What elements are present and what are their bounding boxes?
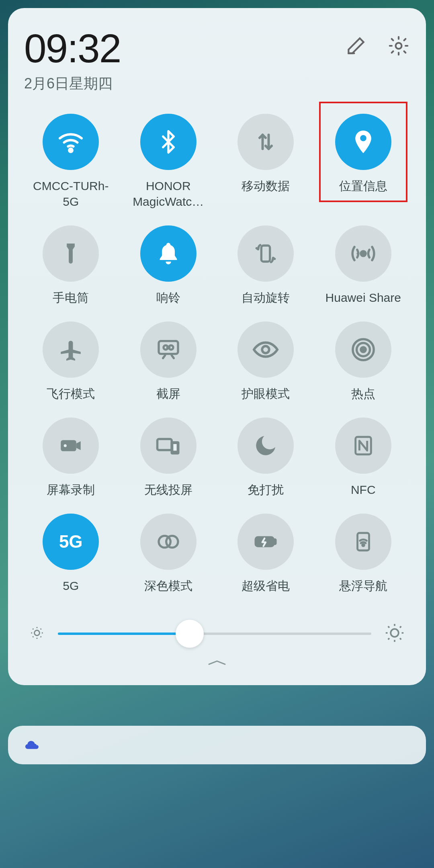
tile-label: 屏幕录制 xyxy=(47,482,95,497)
tile-dark-mode[interactable]: 深色模式 xyxy=(122,514,215,594)
svg-point-0 xyxy=(396,43,402,49)
wireless-proj-icon[interactable] xyxy=(140,418,197,474)
brightness-row xyxy=(24,622,410,646)
nfc-icon[interactable] xyxy=(335,418,391,474)
mobile-data-icon[interactable] xyxy=(237,114,294,170)
tile-wifi[interactable]: CMCC-TURh-5G xyxy=(24,114,118,209)
clock-date: 2月6日星期四 xyxy=(24,74,345,94)
svg-point-9 xyxy=(262,346,270,353)
tile-label: 悬浮导航 xyxy=(339,578,387,594)
flashlight-icon[interactable] xyxy=(43,225,99,282)
wifi-icon[interactable] xyxy=(43,114,99,170)
tile-label: 无线投屏 xyxy=(144,482,192,497)
tile-label: NFC xyxy=(351,482,376,497)
tile-label: 自动旋转 xyxy=(242,290,290,305)
settings-icon[interactable] xyxy=(387,35,410,59)
floating-nav-icon[interactable] xyxy=(335,514,391,570)
cloud-icon xyxy=(24,738,40,752)
tile-label: 手电筒 xyxy=(53,290,89,305)
edit-icon[interactable] xyxy=(345,35,367,59)
svg-point-5 xyxy=(361,251,366,256)
tile-label: 响铃 xyxy=(156,290,180,305)
tile-label: 超级省电 xyxy=(242,578,290,594)
tile-screen-record[interactable]: 屏幕录制 xyxy=(24,418,118,497)
tile-label: 飞行模式 xyxy=(47,386,95,401)
tile-location[interactable]: 位置信息 xyxy=(317,114,410,209)
tile-floating-nav[interactable]: 悬浮导航 xyxy=(317,514,410,594)
dark-mode-icon[interactable] xyxy=(140,514,197,570)
svg-rect-3 xyxy=(70,250,73,262)
tile-label: HONOR MagicWatc… xyxy=(124,178,213,209)
tile-hotspot[interactable]: 热点 xyxy=(317,321,410,401)
header-actions xyxy=(345,28,410,59)
clock-time: 09:32 xyxy=(24,28,345,68)
tile-label: 护眼模式 xyxy=(242,386,290,401)
highlight-box xyxy=(319,102,408,202)
tile-label: 免打扰 xyxy=(248,482,284,497)
5g-icon[interactable]: 5G xyxy=(43,514,99,570)
tile-auto-rotate[interactable]: 自动旋转 xyxy=(219,225,313,305)
svg-point-14 xyxy=(64,444,67,447)
tile-airplane[interactable]: 飞行模式 xyxy=(24,321,118,401)
svg-point-26 xyxy=(391,629,399,637)
tile-label: Huawei Share xyxy=(326,290,401,305)
tile-wireless-proj[interactable]: 无线投屏 xyxy=(122,418,215,497)
brightness-high-icon xyxy=(383,622,406,646)
tile-label: CMCC-TURh-5G xyxy=(27,178,115,209)
dnd-icon[interactable] xyxy=(237,418,294,474)
tiles-grid: CMCC-TURh-5GHONOR MagicWatc…移动数据位置信息手电筒响… xyxy=(24,114,410,594)
svg-point-1 xyxy=(69,149,72,152)
tile-mobile-data[interactable]: 移动数据 xyxy=(219,114,313,209)
hotspot-icon[interactable] xyxy=(335,321,391,378)
svg-rect-17 xyxy=(172,443,178,452)
time-block: 09:32 2月6日星期四 xyxy=(24,28,345,94)
svg-point-24 xyxy=(362,544,364,546)
eye-comfort-icon[interactable] xyxy=(237,321,294,378)
svg-rect-4 xyxy=(262,246,270,262)
svg-point-20 xyxy=(166,536,178,547)
tile-nfc[interactable]: NFC xyxy=(317,418,410,497)
brightness-low-icon xyxy=(28,624,46,643)
svg-point-10 xyxy=(361,347,366,352)
header: 09:32 2月6日星期四 xyxy=(24,28,410,94)
svg-rect-2 xyxy=(68,244,74,247)
tile-flashlight[interactable]: 手电筒 xyxy=(24,225,118,305)
screenshot-icon[interactable] xyxy=(140,321,197,378)
svg-rect-13 xyxy=(61,440,77,451)
tile-label: 截屏 xyxy=(156,386,180,401)
tile-label: 深色模式 xyxy=(144,578,192,594)
power-save-icon[interactable] xyxy=(237,514,294,570)
tile-label: 5G xyxy=(63,578,79,594)
tile-label: 热点 xyxy=(351,386,375,401)
brightness-slider[interactable] xyxy=(58,622,371,646)
tile-power-save[interactable]: 超级省电 xyxy=(219,514,313,594)
auto-rotate-icon[interactable] xyxy=(237,225,294,282)
tile-5g[interactable]: 5G5G xyxy=(24,514,118,594)
bluetooth-icon[interactable] xyxy=(140,114,197,170)
svg-rect-15 xyxy=(157,439,172,450)
svg-point-25 xyxy=(35,631,40,636)
huawei-share-icon[interactable] xyxy=(335,225,391,282)
tile-dnd[interactable]: 免打扰 xyxy=(219,418,313,497)
tile-ring[interactable]: 响铃 xyxy=(122,225,215,305)
tile-label: 移动数据 xyxy=(242,178,290,194)
brightness-thumb[interactable] xyxy=(176,620,204,648)
tile-screenshot[interactable]: 截屏 xyxy=(122,321,215,401)
tile-bluetooth[interactable]: HONOR MagicWatc… xyxy=(122,114,215,209)
svg-rect-22 xyxy=(274,540,276,544)
notification-bar[interactable] xyxy=(8,726,426,764)
collapse-handle[interactable] xyxy=(24,658,410,669)
airplane-icon[interactable] xyxy=(43,321,99,378)
tile-huawei-share[interactable]: Huawei Share xyxy=(317,225,410,305)
ring-icon[interactable] xyxy=(140,225,197,282)
screen-record-icon[interactable] xyxy=(43,418,99,474)
tile-eye-comfort[interactable]: 护眼模式 xyxy=(219,321,313,401)
quick-settings-panel: 09:32 2月6日星期四 CMCC-TURh-5GHONOR MagicWat… xyxy=(8,8,426,685)
